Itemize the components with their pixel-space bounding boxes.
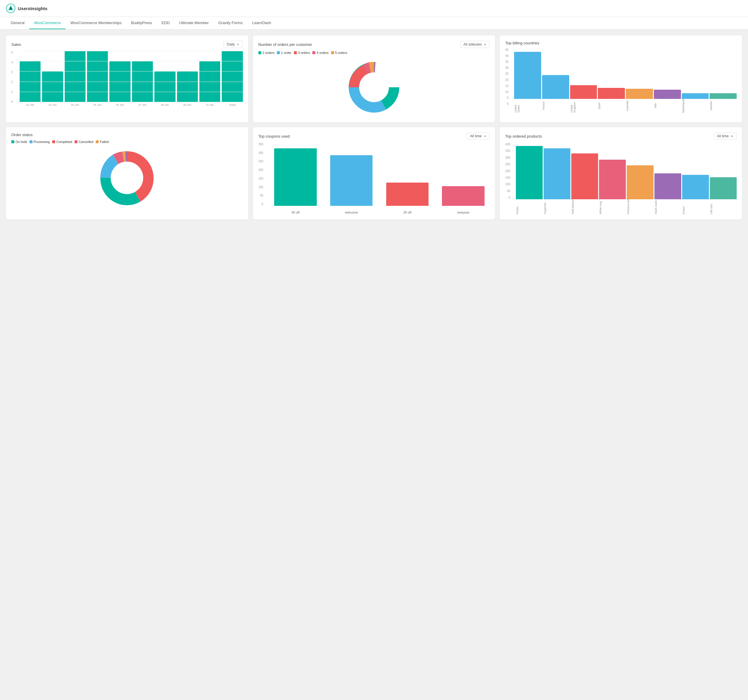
- bar-australia: [626, 89, 653, 99]
- top-billing-countries-card: Top billing countries 45 40 35 30 25 20 …: [500, 35, 742, 122]
- bar-sweden: [710, 93, 737, 99]
- chevron-down-icon: ▼: [730, 135, 733, 138]
- chevron-down-icon: ▼: [483, 135, 487, 138]
- bar-05jan: [87, 51, 108, 102]
- donut-chart-container: [258, 58, 490, 117]
- sales-bars: [20, 51, 243, 102]
- bar-09jan: [177, 71, 198, 102]
- coupon-bar-20off: [381, 143, 434, 206]
- bar-netherlands: [682, 93, 709, 99]
- header: UsersInsights General WooCommerce WooCom…: [0, 0, 748, 29]
- top-coupons-title: Top coupons used: [258, 134, 290, 138]
- legend-5orders: 5 orders: [331, 51, 347, 55]
- orders-legend: 2 orders 1 order 3 orders 4 orders 5 ord…: [258, 51, 490, 55]
- top-products-card: Top ordered products All time ▼ 400 350 …: [500, 127, 742, 220]
- legend-2orders: 2 orders: [258, 51, 274, 55]
- bar-eraser: [682, 175, 709, 199]
- coupon-bars: [269, 143, 490, 206]
- bar-us: [514, 52, 541, 99]
- coupon-bar-newyear: [437, 143, 490, 206]
- legend-3orders: 3 orders: [294, 51, 310, 55]
- bar-02jan: [20, 61, 41, 102]
- donut-chart: [344, 58, 404, 117]
- top-products-dropdown[interactable]: All time ▼: [714, 132, 737, 140]
- order-status-donut-container: [11, 147, 243, 209]
- coupon-labels: 30 off welcome 20 off newyear: [269, 211, 490, 214]
- bar-poster: [516, 146, 543, 199]
- bar-wall-planner: [571, 153, 598, 199]
- product-bars: [516, 143, 737, 199]
- bar-06jan: [109, 61, 130, 102]
- legend-processing: Processing: [29, 140, 50, 144]
- bar-organiser: [544, 148, 570, 199]
- bar-today: [222, 51, 243, 102]
- main-nav: General WooCommerce WooCommerce Membersh…: [0, 17, 748, 29]
- bar-italy: [654, 90, 681, 99]
- y-axis: 5 4 3 2 1 0: [11, 51, 14, 103]
- bar-premium-pens: [627, 166, 654, 199]
- nav-ultimate-member[interactable]: Ultimate Member: [175, 17, 214, 29]
- country-labels: United States France United Kingdom Spai…: [514, 99, 737, 114]
- nav-gravity-forms[interactable]: Gravity Forms: [214, 17, 248, 29]
- order-status-card: Order status On hold Processing Complete…: [6, 127, 248, 220]
- order-status-donut: [96, 147, 158, 209]
- coupon-bar-welcome: [325, 143, 378, 206]
- bar-08jan: [154, 71, 175, 102]
- legend-4orders: 4 orders: [312, 51, 328, 55]
- svg-point-4: [111, 161, 143, 194]
- top-coupons-dropdown[interactable]: All time ▼: [467, 132, 490, 140]
- nav-edd[interactable]: EDD: [157, 17, 174, 29]
- bar-07jan: [132, 61, 153, 102]
- bar-spain: [598, 88, 625, 99]
- coupon-bar-30off: [269, 143, 322, 206]
- top-products-title: Top ordered products: [505, 134, 542, 138]
- chevron-down-icon: ▼: [237, 43, 240, 46]
- top-coupons-card: Top coupons used All time ▼ 350 300 250 …: [253, 127, 495, 220]
- bar-04jan: [65, 51, 85, 102]
- legend-completed: Completed: [52, 140, 72, 144]
- bar-flash-cards: [654, 173, 681, 199]
- sales-dropdown[interactable]: Daily ▼: [223, 41, 243, 48]
- order-status-legend: On hold Processing Completed Cancelled F…: [11, 140, 243, 144]
- bar-10jan: [199, 61, 220, 102]
- countries-chart: 45 40 35 30 25 20 15 10 5 0: [505, 48, 737, 114]
- sales-chart: 5 4 3 2 1 0: [11, 51, 243, 111]
- legend-onhold: On hold: [11, 140, 27, 144]
- nav-buddypress[interactable]: BuddyPress: [126, 17, 157, 29]
- products-chart: 400 350 300 250 200 150 100 50 0: [505, 143, 737, 214]
- nav-woocommerce[interactable]: WooCommerce: [29, 17, 65, 29]
- product-labels: Poster Organiser Wall planner White mug …: [516, 199, 737, 214]
- nav-woocommerce-memberships[interactable]: WooCommerce Memberships: [65, 17, 126, 29]
- sales-title: Sales: [11, 42, 21, 47]
- app-logo: UsersInsights: [6, 4, 47, 13]
- top-billing-title: Top billing countries: [505, 41, 539, 45]
- x-labels: 02 Jan 03 Jan 04 Jan 05 Jan 06 Jan 07 Ja…: [20, 103, 243, 111]
- sales-card: Sales Daily ▼ 5 4 3 2 1 0: [6, 35, 248, 122]
- order-status-title: Order status: [11, 132, 33, 137]
- dashboard: Sales Daily ▼ 5 4 3 2 1 0: [0, 29, 748, 225]
- legend-failed: Failed: [96, 140, 109, 144]
- chevron-down-icon: ▼: [483, 43, 487, 46]
- orders-per-customer-dropdown[interactable]: All statuses ▼: [460, 41, 490, 48]
- svg-point-3: [359, 72, 389, 102]
- legend-1order: 1 order: [277, 51, 292, 55]
- orders-per-customer-title: Number of orders per customer: [258, 42, 312, 47]
- nav-learndash[interactable]: LearnDash: [247, 17, 276, 29]
- nav-general[interactable]: General: [6, 17, 29, 29]
- bar-uk: [570, 85, 597, 99]
- app-name: UsersInsights: [18, 6, 47, 11]
- country-bars: [514, 48, 737, 99]
- bar-03jan: [42, 71, 63, 102]
- legend-cancelled: Cancelled: [74, 140, 93, 144]
- orders-per-customer-card: Number of orders per customer All status…: [253, 35, 495, 122]
- bar-france: [542, 75, 569, 99]
- label-20off: 20 off: [381, 211, 434, 214]
- coupons-chart: 350 300 250 200 150 100 50 0: [258, 143, 490, 214]
- bar-gift-card: [710, 177, 737, 199]
- bar-white-mug: [599, 159, 626, 199]
